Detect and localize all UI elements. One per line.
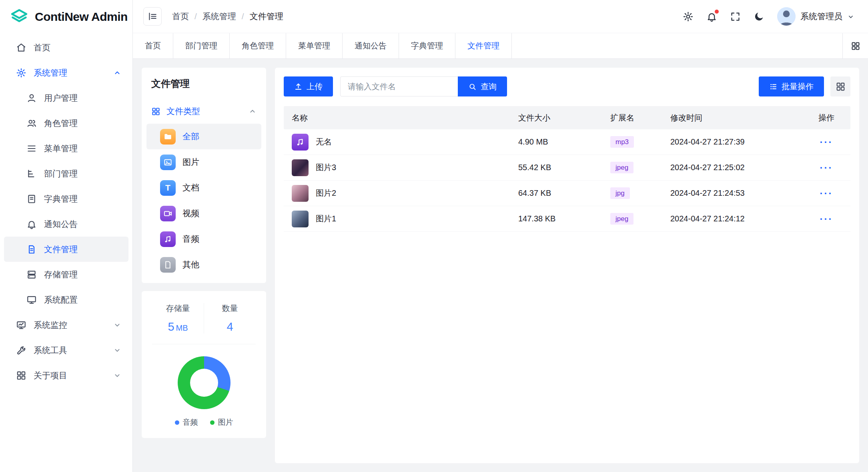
sidebar-item-roles[interactable]: 角色管理 bbox=[4, 110, 128, 136]
folder-icon bbox=[160, 129, 176, 145]
notifications-icon[interactable] bbox=[706, 11, 717, 22]
other-file-icon bbox=[160, 257, 176, 273]
sidebar-item-dictionary[interactable]: 字典管理 bbox=[4, 186, 128, 211]
user-menu[interactable]: 系统管理员 bbox=[777, 7, 854, 26]
dark-mode-icon[interactable] bbox=[754, 11, 764, 22]
sidebar-item-storage[interactable]: 存储管理 bbox=[4, 262, 128, 287]
column-ops: 操作 bbox=[802, 112, 850, 123]
row-actions-button[interactable]: ··· bbox=[820, 188, 833, 199]
breadcrumb-home[interactable]: 首页 bbox=[172, 11, 189, 22]
table-row[interactable]: 图片2 64.37 KB jpg 2024-04-27 21:24:53 ··· bbox=[284, 181, 850, 206]
fullscreen-icon[interactable] bbox=[730, 11, 741, 22]
sidebar-item-about[interactable]: 关于项目 bbox=[4, 363, 128, 388]
tab-home[interactable]: 首页 bbox=[133, 33, 173, 58]
type-item-all[interactable]: 全部 bbox=[146, 124, 261, 149]
legend-item-image[interactable]: 图片 bbox=[210, 417, 233, 428]
sidebar-menu: 首页 系统管理 用户管理 角色管理 菜单管理 部门管理 bbox=[0, 33, 132, 472]
file-size: 55.42 KB bbox=[510, 163, 602, 172]
image-icon bbox=[160, 155, 176, 170]
header: 首页 / 系统管理 / 文件管理 系统管理员 bbox=[133, 0, 868, 33]
tab-departments[interactable]: 部门管理 bbox=[173, 33, 230, 58]
file-name: 无名 bbox=[316, 137, 332, 147]
upload-button[interactable]: 上传 bbox=[284, 76, 333, 96]
legend-item-audio[interactable]: 音频 bbox=[175, 417, 198, 428]
sidebar-item-home[interactable]: 首页 bbox=[4, 35, 128, 60]
chevron-up-icon bbox=[113, 69, 121, 77]
sidebar-item-config[interactable]: 系统配置 bbox=[4, 287, 128, 312]
document-icon: T bbox=[160, 180, 176, 196]
book-icon bbox=[26, 194, 37, 204]
sidebar-item-label: 首页 bbox=[34, 42, 50, 53]
search-input[interactable] bbox=[340, 76, 458, 96]
ops-cell: ··· bbox=[802, 162, 850, 173]
sidebar-item-departments[interactable]: 部门管理 bbox=[4, 161, 128, 186]
sidebar-item-tools[interactable]: 系统工具 bbox=[4, 337, 128, 363]
legend-label: 图片 bbox=[218, 417, 233, 428]
home-icon bbox=[16, 42, 26, 53]
file-ext-cell: jpeg bbox=[602, 213, 662, 225]
legend-dot-image bbox=[210, 420, 214, 425]
breadcrumb: 首页 / 系统管理 / 文件管理 bbox=[172, 11, 283, 22]
legend-dot-audio bbox=[175, 420, 179, 425]
chevron-down-icon bbox=[113, 346, 121, 354]
breadcrumb-separator: / bbox=[194, 12, 197, 21]
sidebar-item-system[interactable]: 系统管理 bbox=[4, 60, 128, 85]
row-actions-button[interactable]: ··· bbox=[820, 162, 833, 173]
file-time: 2024-04-27 21:25:02 bbox=[662, 163, 802, 172]
breadcrumb-system[interactable]: 系统管理 bbox=[202, 11, 236, 22]
tab-bar: 首页 部门管理 角色管理 菜单管理 通知公告 字典管理 文件管理 bbox=[133, 33, 868, 59]
settings-icon[interactable] bbox=[683, 11, 694, 22]
sidebar-item-files[interactable]: 文件管理 bbox=[4, 237, 128, 262]
sidebar-item-label: 通知公告 bbox=[44, 219, 78, 230]
tab-menus[interactable]: 菜单管理 bbox=[286, 33, 343, 58]
collapse-sidebar-button[interactable] bbox=[143, 7, 162, 26]
ops-cell: ··· bbox=[802, 213, 850, 225]
divider bbox=[152, 344, 256, 344]
sidebar-item-users[interactable]: 用户管理 bbox=[4, 85, 128, 110]
ops-cell: ··· bbox=[802, 137, 850, 148]
sidebar-item-label: 用户管理 bbox=[44, 92, 78, 104]
sidebar-item-label: 系统工具 bbox=[34, 345, 67, 356]
app-logo-icon bbox=[10, 7, 29, 26]
chevron-down-icon bbox=[113, 321, 121, 329]
type-item-other[interactable]: 其他 bbox=[146, 252, 261, 277]
main-column: 首页 / 系统管理 / 文件管理 系统管理员 bbox=[133, 0, 868, 472]
table-row[interactable]: 无名 4.90 MB mp3 2024-04-27 21:27:39 ··· bbox=[284, 129, 850, 155]
sidebar-item-label: 角色管理 bbox=[44, 118, 78, 129]
batch-actions-button[interactable]: 批量操作 bbox=[759, 76, 824, 96]
content: 文件管理 文件类型 全部 图片 T bbox=[133, 59, 868, 472]
tab-layout-button[interactable] bbox=[842, 33, 868, 58]
table-row[interactable]: 图片3 55.42 KB jpeg 2024-04-27 21:25:02 ··… bbox=[284, 155, 850, 181]
app-root: ContiNew Admin 首页 系统管理 用户管理 角色管理 bbox=[0, 0, 868, 472]
query-button[interactable]: 查询 bbox=[458, 76, 507, 96]
sidebar-item-menus[interactable]: 菜单管理 bbox=[4, 136, 128, 161]
file-name-cell: 无名 bbox=[284, 134, 510, 151]
search-group: 查询 bbox=[340, 76, 507, 96]
tab-files[interactable]: 文件管理 bbox=[455, 33, 512, 58]
ext-tag: mp3 bbox=[610, 136, 634, 148]
file-type-group[interactable]: 文件类型 bbox=[146, 99, 261, 124]
sidebar-item-notices[interactable]: 通知公告 bbox=[4, 211, 128, 237]
file-time: 2024-04-27 21:24:12 bbox=[662, 214, 802, 223]
sidebar-item-monitor[interactable]: 系统监控 bbox=[4, 312, 128, 337]
logo: ContiNew Admin bbox=[0, 0, 132, 33]
gear-icon bbox=[16, 68, 26, 78]
table-row[interactable]: 图片1 147.38 KB jpeg 2024-04-27 21:24:12 ·… bbox=[284, 206, 850, 232]
grid-view-button[interactable] bbox=[830, 76, 850, 96]
query-label: 查询 bbox=[481, 81, 497, 92]
upload-icon bbox=[294, 82, 303, 91]
type-item-images[interactable]: 图片 bbox=[146, 149, 261, 175]
sidebar-item-label: 部门管理 bbox=[44, 168, 78, 179]
user-name: 系统管理员 bbox=[800, 11, 842, 22]
type-item-audio[interactable]: 音频 bbox=[146, 226, 261, 252]
tab-dictionary[interactable]: 字典管理 bbox=[399, 33, 455, 58]
sidebar-item-label: 字典管理 bbox=[44, 193, 78, 205]
tab-roles[interactable]: 角色管理 bbox=[230, 33, 286, 58]
storage-value: 5 bbox=[168, 320, 174, 333]
row-actions-button[interactable]: ··· bbox=[820, 137, 833, 147]
row-actions-button[interactable]: ··· bbox=[820, 213, 833, 224]
type-item-documents[interactable]: T 文档 bbox=[146, 175, 261, 201]
tab-notices[interactable]: 通知公告 bbox=[343, 33, 399, 58]
audio-file-icon bbox=[292, 134, 309, 151]
type-item-videos[interactable]: 视频 bbox=[146, 201, 261, 226]
